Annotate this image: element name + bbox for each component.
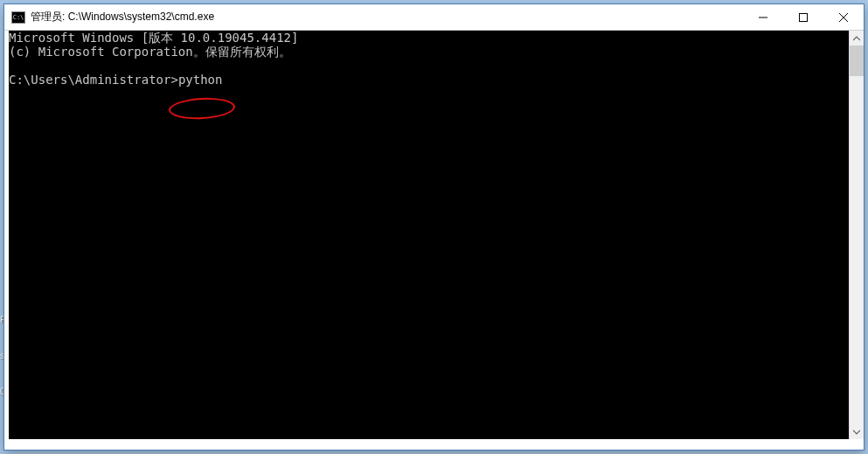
svg-rect-1 <box>800 13 808 21</box>
close-button[interactable] <box>823 4 864 30</box>
cmd-window: C:\ 管理员: C:\Windows\system32\cmd.exe Mic… <box>3 3 865 451</box>
scroll-thumb[interactable] <box>850 45 864 76</box>
scroll-down-button[interactable] <box>850 424 864 439</box>
window-bottom-border <box>4 439 864 450</box>
window-title: 管理员: C:\Windows\system32\cmd.exe <box>31 10 743 24</box>
vertical-scrollbar[interactable] <box>849 31 864 439</box>
maximize-button[interactable] <box>783 4 823 30</box>
cmd-icon: C:\ <box>11 11 25 24</box>
terminal-content: Microsoft Windows [版本 10.0.19045.4412] (… <box>9 31 298 87</box>
minimize-button[interactable] <box>743 4 783 30</box>
terminal-line: Microsoft Windows [版本 10.0.19045.4412] <box>9 31 298 45</box>
terminal-line: (c) Microsoft Corporation。保留所有权利。 <box>9 45 291 59</box>
scroll-up-button[interactable] <box>850 31 864 45</box>
title-bar[interactable]: C:\ 管理员: C:\Windows\system32\cmd.exe <box>4 4 864 31</box>
scroll-track[interactable] <box>850 45 864 424</box>
chevron-up-icon <box>853 35 860 42</box>
terminal-command: python <box>178 73 223 87</box>
maximize-icon <box>799 13 808 22</box>
terminal-prompt: C:\Users\Administrator> <box>9 73 178 87</box>
red-circle-annotation <box>168 96 235 121</box>
close-icon <box>839 13 848 22</box>
chevron-down-icon <box>853 429 860 436</box>
terminal[interactable]: Microsoft Windows [版本 10.0.19045.4412] (… <box>9 31 849 439</box>
window-controls <box>743 4 864 30</box>
minimize-icon <box>759 13 767 22</box>
